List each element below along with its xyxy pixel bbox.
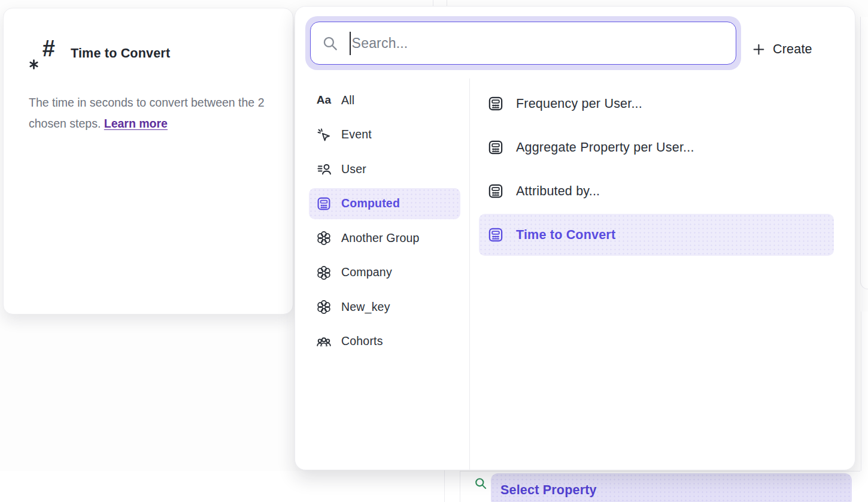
result-item-time-to-convert[interactable]: Time to Convert (479, 214, 834, 256)
text-cursor (350, 32, 351, 55)
group-icon (316, 265, 332, 280)
tooltip-description: The time in seconds to convert between t… (29, 92, 268, 134)
property-picker-dropdown: Search... Create Aa All Event (295, 6, 855, 470)
category-label: New_key (341, 300, 390, 314)
property-tooltip-card: # Time to Convert The time in seconds to… (3, 8, 293, 314)
category-item-company[interactable]: Company (309, 257, 460, 288)
cursor-click-icon (316, 127, 332, 143)
create-button[interactable]: Create (752, 35, 836, 63)
calculator-icon (487, 139, 504, 156)
result-item-attributed-by[interactable]: Attributed by... (479, 170, 834, 212)
plus-icon (752, 43, 765, 56)
background-panel-right (860, 17, 868, 289)
screen: Select Property # Time to Convert The ti… (0, 0, 868, 502)
result-item-aggregate-property-per-user[interactable]: Aggregate Property per User... (479, 126, 834, 168)
category-label: All (341, 93, 354, 107)
category-label: Company (341, 265, 392, 279)
result-label: Aggregate Property per User... (516, 140, 694, 155)
background-divider (460, 471, 460, 502)
cohorts-icon (316, 334, 332, 349)
category-label: Another Group (341, 231, 420, 245)
category-label: User (341, 162, 366, 176)
calculator-icon (487, 183, 504, 199)
background-property-row: Select Property (0, 471, 868, 502)
calculator-icon (487, 226, 504, 243)
search-focus-ring: Search... (305, 16, 741, 70)
group-icon (316, 299, 332, 314)
user-list-icon (316, 161, 332, 177)
select-property-label: Select Property (500, 483, 597, 498)
result-label: Frequency per User... (516, 96, 642, 111)
search-input[interactable]: Search... (310, 22, 736, 65)
panel-divider (469, 78, 470, 470)
tooltip-title: Time to Convert (71, 46, 170, 61)
category-item-computed[interactable]: Computed (309, 188, 460, 219)
category-list: Aa All Event User (309, 84, 460, 357)
category-item-event[interactable]: Event (309, 119, 460, 150)
category-label: Computed (341, 196, 400, 210)
text-format-icon: Aa (316, 93, 332, 107)
category-item-user[interactable]: User (309, 153, 460, 185)
background-divider (460, 471, 860, 471)
search-icon (322, 35, 338, 52)
category-item-another-group[interactable]: Another Group (309, 222, 460, 253)
category-item-new-key[interactable]: New_key (309, 291, 460, 322)
property-search-icon (474, 477, 487, 490)
numeric-computed-property-icon: # (29, 37, 55, 69)
category-label: Cohorts (341, 334, 383, 348)
result-label: Time to Convert (516, 228, 615, 243)
asterisk-icon (29, 59, 39, 69)
calculator-icon (487, 95, 504, 112)
group-icon (316, 230, 332, 246)
create-button-label: Create (773, 42, 812, 57)
calculator-icon (316, 196, 332, 211)
learn-more-link[interactable]: Learn more (104, 117, 168, 130)
search-placeholder: Search... (352, 35, 408, 52)
select-property-button[interactable]: Select Property (491, 473, 852, 502)
category-item-cohorts[interactable]: Cohorts (309, 326, 460, 357)
result-label: Attributed by... (516, 184, 600, 199)
results-list: Frequency per User... Aggregate Property… (479, 83, 834, 256)
category-item-all[interactable]: Aa All (309, 84, 460, 116)
category-label: Event (341, 128, 372, 141)
result-item-frequency-per-user[interactable]: Frequency per User... (479, 83, 834, 125)
background-divider (444, 467, 445, 502)
